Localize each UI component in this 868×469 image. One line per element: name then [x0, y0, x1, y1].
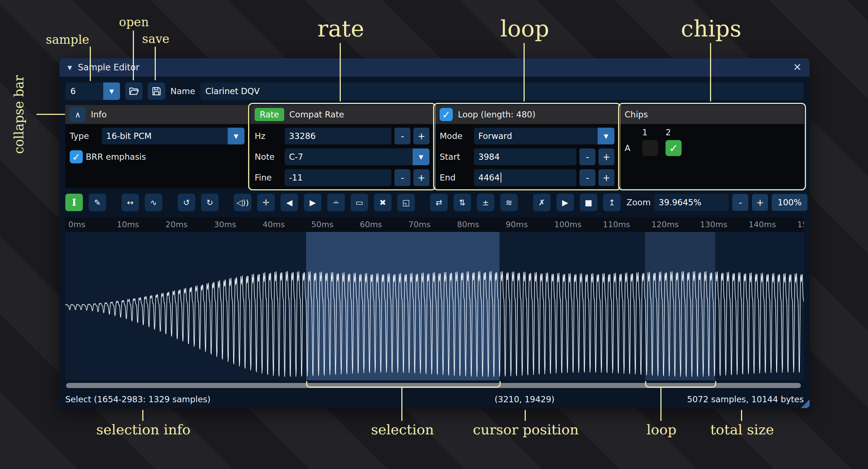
trim-button[interactable]: ◱ — [397, 194, 415, 211]
annotation-total-size: total size — [710, 422, 774, 438]
annotation-open: open — [119, 15, 149, 29]
toolbar-buttons: I✎↔∿↺↻◁))✛◀▶∸▭✖◱⇄⇅±≋✗▶■↥ — [65, 194, 621, 211]
fine-label: Fine — [255, 173, 282, 182]
info-panel-header: ∧ Info — [65, 105, 249, 124]
hz-minus-button[interactable]: - — [394, 128, 410, 144]
annotation-loop-bottom: loop — [647, 422, 676, 438]
select-mode-button[interactable]: I — [65, 194, 83, 211]
chevron-down-icon[interactable]: ▼ — [413, 148, 429, 165]
export-wavetable-button[interactable]: ↥ — [603, 194, 621, 211]
timeline-label: 130ms — [700, 220, 728, 229]
open-button[interactable] — [125, 82, 143, 100]
chevron-down-icon[interactable]: ▼ — [598, 128, 614, 144]
amplify-button[interactable]: ◁)) — [234, 194, 251, 211]
reverse-button[interactable]: ⇄ — [430, 194, 448, 211]
annotation-save: save — [142, 32, 170, 46]
collapse-bar-button[interactable]: ∧ — [70, 107, 86, 122]
type-dropdown[interactable]: 16-bit PCM ▼ — [102, 128, 244, 144]
name-label: Name — [170, 86, 195, 96]
apply-silence-button[interactable]: ▭ — [351, 194, 368, 211]
insert-silence-button[interactable]: ∸ — [327, 194, 345, 211]
name-input[interactable] — [200, 82, 804, 100]
timeline-ruler[interactable]: 0ms10ms20ms30ms40ms50ms60ms70ms80ms90ms1… — [65, 217, 804, 232]
draw-mode-button[interactable]: ✎ — [89, 194, 106, 211]
zoom-reset-button[interactable]: 100% — [772, 194, 807, 211]
annotation-loop: loop — [500, 15, 549, 42]
crossfade-loop-button[interactable]: ✗ — [533, 194, 551, 211]
chip-a1-checkbox[interactable] — [642, 140, 658, 156]
annotation-chips-line — [710, 43, 711, 101]
zoom-input[interactable] — [654, 194, 729, 211]
window-titlebar[interactable]: ▼ Sample Editor ✕ — [59, 58, 810, 77]
check-icon: ✓ — [669, 142, 678, 155]
chevron-down-icon[interactable]: ▼ — [228, 128, 244, 144]
loop-checkbox[interactable]: ✓ — [440, 108, 453, 121]
resample-button[interactable]: ∿ — [145, 194, 162, 211]
total-size-text: 5072 samples, 10144 bytes — [687, 395, 804, 404]
annotation-cursor-position-line — [525, 410, 526, 421]
note-label: Note — [255, 152, 282, 162]
annotation-save-line — [155, 47, 156, 80]
zoom-controls: Zoom - + 100% — [626, 194, 807, 211]
hz-plus-button[interactable]: + — [413, 128, 429, 144]
loop-start-input[interactable] — [474, 148, 576, 165]
fine-input[interactable] — [285, 169, 391, 186]
annotation-selection-bracket — [306, 381, 501, 388]
redo-button[interactable]: ↻ — [201, 194, 219, 211]
window-collapse-icon[interactable]: ▼ — [67, 64, 72, 71]
annotation-selection: selection — [371, 422, 434, 438]
loop-end-minus-button[interactable]: - — [579, 169, 595, 186]
fine-minus-button[interactable]: - — [394, 169, 410, 186]
delete-button[interactable]: ✖ — [374, 194, 391, 211]
note-dropdown[interactable]: C-7 ▼ — [285, 148, 429, 165]
timeline-label: 0ms — [68, 220, 85, 229]
loop-panel-body: Mode Forward ▼ Start - + End — [435, 124, 619, 190]
undo-button[interactable]: ↺ — [178, 194, 195, 211]
rate-button[interactable]: Rate — [255, 108, 284, 121]
text-caret — [501, 173, 501, 183]
loop-end-plus-button[interactable]: + — [598, 169, 614, 186]
window-resize-grip[interactable] — [801, 399, 810, 408]
chip-a2-checkbox[interactable]: ✓ — [666, 140, 682, 156]
sample-number-dropdown[interactable]: 6 ▼ — [65, 82, 120, 100]
zoom-out-button[interactable]: - — [732, 194, 748, 211]
chevron-down-icon[interactable]: ▼ — [103, 82, 120, 100]
brr-emphasis-checkbox[interactable]: ✓ — [70, 150, 83, 163]
zoom-in-button[interactable]: + — [752, 194, 768, 211]
hz-input[interactable] — [285, 128, 391, 144]
preview-button[interactable]: ▶ — [556, 194, 574, 211]
waveform-view[interactable] — [65, 232, 804, 380]
timeline-label: 20ms — [165, 220, 188, 229]
filter-button[interactable]: ≋ — [500, 194, 518, 211]
normalize-button[interactable]: ✛ — [257, 194, 275, 211]
loop-start-plus-button[interactable]: + — [598, 148, 614, 165]
chips-col-2-header: 2 — [666, 128, 689, 137]
close-icon[interactable]: ✕ — [793, 62, 802, 73]
timeline-label: 10ms — [117, 220, 139, 229]
loop-start-minus-button[interactable]: - — [579, 148, 595, 165]
screenshot-root: ▼ Sample Editor ✕ 6 ▼ Name — [0, 0, 868, 469]
invert-button[interactable]: ⇅ — [454, 194, 471, 211]
annotation-rate-line — [340, 43, 341, 101]
chips-panel: Chips 1 2 A ✓ — [620, 105, 804, 188]
loop-end-input[interactable]: 4464 — [474, 169, 576, 186]
type-value: 16-bit PCM — [102, 128, 228, 144]
folder-open-icon — [128, 86, 139, 97]
chips-row-a-label: A — [625, 143, 642, 153]
mode-dropdown[interactable]: Forward ▼ — [474, 128, 614, 144]
fine-plus-button[interactable]: + — [413, 169, 429, 186]
sign-invert-button[interactable]: ± — [477, 194, 494, 211]
stop-button[interactable]: ■ — [580, 194, 597, 211]
status-bar: Select (1654-2983: 1329 samples) (3210, … — [59, 391, 810, 408]
annotation-chips: chips — [681, 15, 741, 42]
fade-in-button[interactable]: ◀ — [281, 194, 298, 211]
timeline-label: 80ms — [457, 220, 479, 229]
resize-button[interactable]: ↔ — [121, 194, 139, 211]
annotation-open-line — [133, 31, 134, 80]
annotation-total-size-line — [741, 410, 742, 421]
waveform-polyline — [65, 271, 804, 377]
fade-out-button[interactable]: ▶ — [304, 194, 321, 211]
save-button[interactable] — [148, 82, 165, 100]
loop-panel-title: Loop (length: 480) — [458, 110, 536, 119]
loop-panel: ✓ Loop (length: 480) Mode Forward ▼ Star… — [435, 105, 619, 188]
